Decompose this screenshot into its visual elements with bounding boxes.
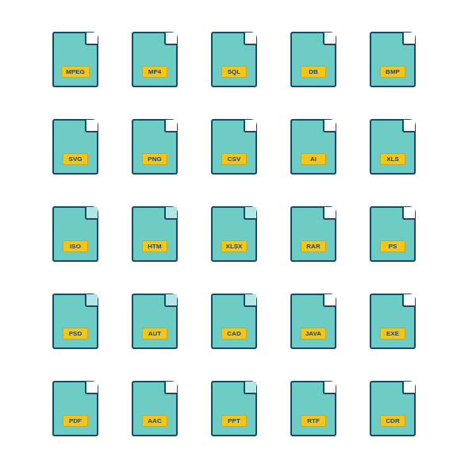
file-body: SVG	[52, 119, 98, 175]
file-label: XLSX	[221, 240, 248, 252]
file-icons-grid: MPEGMP4SQLDBBMPSVGPNGCSVAIXLSISOHTMXLSXR…	[28, 8, 448, 468]
file-icon-ps[interactable]: PS	[361, 198, 424, 270]
file-icon-sql[interactable]: SQL	[202, 24, 266, 95]
file-icon-ppt[interactable]: PPT	[202, 373, 266, 444]
file-label: PSD	[63, 328, 88, 340]
file-icon-cad[interactable]: CAD	[202, 286, 266, 357]
file-body: HTM	[132, 206, 178, 262]
file-label: BMP	[380, 66, 405, 78]
file-body: XLSX	[211, 206, 257, 262]
file-label: AAC	[142, 415, 167, 427]
file-body: PNG	[132, 119, 178, 175]
file-icon-csv[interactable]: CSV	[202, 111, 266, 182]
file-label: MPEG	[61, 66, 90, 78]
file-body: ISO	[52, 206, 98, 262]
file-label: EXE	[380, 328, 405, 340]
file-icon-psd[interactable]: PSD	[44, 286, 107, 357]
file-body: PS	[370, 206, 416, 262]
file-label: CDR	[380, 415, 405, 427]
file-body: RTF	[290, 381, 336, 436]
file-label: DB	[301, 66, 326, 78]
file-icon-rtf[interactable]: RTF	[282, 373, 345, 444]
file-label: PNG	[142, 153, 167, 165]
file-label: RTF	[301, 415, 326, 427]
file-body: PSD	[52, 294, 98, 349]
file-icon-ai[interactable]: AI	[282, 111, 345, 182]
file-label: AI	[301, 153, 326, 165]
file-icon-exe[interactable]: EXE	[361, 286, 424, 357]
file-label: PS	[380, 240, 405, 252]
file-label: ISO	[63, 240, 88, 252]
file-body: EXE	[370, 294, 416, 349]
file-body: CAD	[211, 294, 257, 349]
file-label: HTM	[142, 240, 167, 252]
file-label: PDF	[63, 415, 88, 427]
file-label: PPT	[221, 415, 247, 427]
file-body: AUT	[132, 294, 178, 349]
file-icon-svg[interactable]: SVG	[44, 111, 107, 182]
file-icon-pdf[interactable]: PDF	[44, 373, 107, 444]
file-body: DB	[290, 32, 336, 87]
file-body: XLS	[370, 119, 416, 175]
file-body: CSV	[211, 119, 257, 175]
file-label: SQL	[221, 66, 247, 78]
file-label: CSV	[221, 153, 247, 165]
file-icon-aut[interactable]: AUT	[123, 286, 186, 357]
file-label: JAVA	[301, 328, 326, 340]
file-icon-db[interactable]: DB	[282, 24, 345, 95]
file-icon-bmp[interactable]: BMP	[361, 24, 424, 95]
file-body: JAVA	[290, 294, 336, 349]
file-icon-png[interactable]: PNG	[123, 111, 186, 182]
file-body: MPEG	[52, 32, 98, 87]
file-body: CDR	[370, 381, 416, 436]
file-label: AUT	[142, 328, 167, 340]
file-icon-java[interactable]: JAVA	[282, 286, 345, 357]
file-icon-rar[interactable]: RAR	[282, 198, 345, 270]
file-label: RAR	[301, 240, 326, 252]
file-icon-iso[interactable]: ISO	[44, 198, 107, 270]
file-icon-xls[interactable]: XLS	[361, 111, 424, 182]
file-body: PPT	[211, 381, 257, 436]
file-icon-xlsx[interactable]: XLSX	[202, 198, 266, 270]
file-body: PDF	[52, 381, 98, 436]
file-icon-htm[interactable]: HTM	[123, 198, 186, 270]
file-icon-mpeg[interactable]: MPEG	[44, 24, 107, 95]
file-label: SVG	[63, 153, 88, 165]
file-body: RAR	[290, 206, 336, 262]
file-body: BMP	[370, 32, 416, 87]
file-body: AAC	[132, 381, 178, 436]
file-body: AI	[290, 119, 336, 175]
file-icon-mp4[interactable]: MP4	[123, 24, 186, 95]
file-body: SQL	[211, 32, 257, 87]
file-body: MP4	[132, 32, 178, 87]
file-label: CAD	[221, 328, 247, 340]
file-icon-aac[interactable]: AAC	[123, 373, 186, 444]
file-label: MP4	[142, 66, 167, 78]
file-label: XLS	[380, 153, 405, 165]
file-icon-cdr[interactable]: CDR	[361, 373, 424, 444]
